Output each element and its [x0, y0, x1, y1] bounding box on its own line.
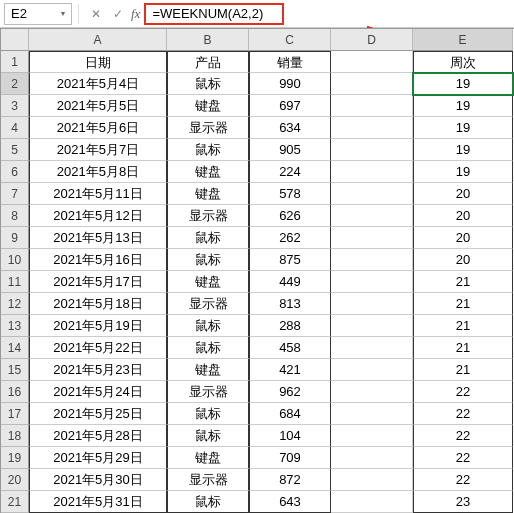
cell-E21[interactable]: 23 [413, 491, 513, 513]
cell-E11[interactable]: 21 [413, 271, 513, 293]
cell-E20[interactable]: 22 [413, 469, 513, 491]
cell-A19[interactable]: 2021年5月29日 [29, 447, 167, 469]
row-header[interactable]: 4 [1, 117, 29, 139]
cell-C4[interactable]: 634 [249, 117, 331, 139]
cell-A16[interactable]: 2021年5月24日 [29, 381, 167, 403]
cell-D13[interactable] [331, 315, 413, 337]
cell-A8[interactable]: 2021年5月12日 [29, 205, 167, 227]
cell-E7[interactable]: 20 [413, 183, 513, 205]
cell-D14[interactable] [331, 337, 413, 359]
header-cell[interactable] [331, 51, 413, 73]
cell-E10[interactable]: 20 [413, 249, 513, 271]
cell-E18[interactable]: 22 [413, 425, 513, 447]
cell-A6[interactable]: 2021年5月8日 [29, 161, 167, 183]
confirm-icon[interactable]: ✓ [109, 5, 127, 23]
cell-C15[interactable]: 421 [249, 359, 331, 381]
row-header[interactable]: 9 [1, 227, 29, 249]
row-header[interactable]: 13 [1, 315, 29, 337]
cell-D8[interactable] [331, 205, 413, 227]
row-header[interactable]: 15 [1, 359, 29, 381]
cell-C18[interactable]: 104 [249, 425, 331, 447]
col-header-D[interactable]: D [331, 29, 413, 51]
cell-A14[interactable]: 2021年5月22日 [29, 337, 167, 359]
cell-D16[interactable] [331, 381, 413, 403]
cell-C10[interactable]: 875 [249, 249, 331, 271]
cell-A3[interactable]: 2021年5月5日 [29, 95, 167, 117]
cell-C11[interactable]: 449 [249, 271, 331, 293]
cancel-icon[interactable]: ✕ [87, 5, 105, 23]
cell-D12[interactable] [331, 293, 413, 315]
cell-A15[interactable]: 2021年5月23日 [29, 359, 167, 381]
cell-E4[interactable]: 19 [413, 117, 513, 139]
cell-B12[interactable]: 显示器 [167, 293, 249, 315]
cell-B10[interactable]: 鼠标 [167, 249, 249, 271]
cell-D5[interactable] [331, 139, 413, 161]
cell-A17[interactable]: 2021年5月25日 [29, 403, 167, 425]
cell-C2[interactable]: 990 [249, 73, 331, 95]
cell-E15[interactable]: 21 [413, 359, 513, 381]
select-all[interactable] [1, 29, 29, 51]
cell-E14[interactable]: 21 [413, 337, 513, 359]
cell-D21[interactable] [331, 491, 413, 513]
cell-C7[interactable]: 578 [249, 183, 331, 205]
cell-A13[interactable]: 2021年5月19日 [29, 315, 167, 337]
row-header[interactable]: 17 [1, 403, 29, 425]
fx-icon[interactable]: fx [131, 6, 140, 22]
cell-C3[interactable]: 697 [249, 95, 331, 117]
cell-B9[interactable]: 鼠标 [167, 227, 249, 249]
header-cell[interactable]: 周次 [413, 51, 513, 73]
row-header[interactable]: 12 [1, 293, 29, 315]
row-header[interactable]: 2 [1, 73, 29, 95]
cell-C9[interactable]: 262 [249, 227, 331, 249]
cell-C5[interactable]: 905 [249, 139, 331, 161]
cell-E17[interactable]: 22 [413, 403, 513, 425]
cell-B7[interactable]: 键盘 [167, 183, 249, 205]
header-cell[interactable]: 销量 [249, 51, 331, 73]
cell-D4[interactable] [331, 117, 413, 139]
cell-D3[interactable] [331, 95, 413, 117]
cell-C12[interactable]: 813 [249, 293, 331, 315]
cell-B17[interactable]: 鼠标 [167, 403, 249, 425]
cell-C21[interactable]: 643 [249, 491, 331, 513]
cell-A5[interactable]: 2021年5月7日 [29, 139, 167, 161]
cell-D11[interactable] [331, 271, 413, 293]
cell-B11[interactable]: 键盘 [167, 271, 249, 293]
cell-A20[interactable]: 2021年5月30日 [29, 469, 167, 491]
cell-A21[interactable]: 2021年5月31日 [29, 491, 167, 513]
chevron-down-icon[interactable]: ▾ [61, 9, 65, 18]
spreadsheet-grid[interactable]: ABCDE1日期产品销量周次22021年5月4日鼠标9901932021年5月5… [0, 28, 514, 513]
cell-C8[interactable]: 626 [249, 205, 331, 227]
row-header[interactable]: 10 [1, 249, 29, 271]
cell-D17[interactable] [331, 403, 413, 425]
cell-A2[interactable]: 2021年5月4日 [29, 73, 167, 95]
cell-D19[interactable] [331, 447, 413, 469]
header-cell[interactable]: 日期 [29, 51, 167, 73]
cell-D6[interactable] [331, 161, 413, 183]
cell-D10[interactable] [331, 249, 413, 271]
row-header[interactable]: 8 [1, 205, 29, 227]
col-header-B[interactable]: B [167, 29, 249, 51]
cell-E19[interactable]: 22 [413, 447, 513, 469]
cell-A10[interactable]: 2021年5月16日 [29, 249, 167, 271]
cell-B19[interactable]: 键盘 [167, 447, 249, 469]
cell-C6[interactable]: 224 [249, 161, 331, 183]
cell-C14[interactable]: 458 [249, 337, 331, 359]
cell-E5[interactable]: 19 [413, 139, 513, 161]
row-header[interactable]: 21 [1, 491, 29, 513]
cell-D20[interactable] [331, 469, 413, 491]
cell-D15[interactable] [331, 359, 413, 381]
cell-D9[interactable] [331, 227, 413, 249]
cell-B15[interactable]: 键盘 [167, 359, 249, 381]
cell-A18[interactable]: 2021年5月28日 [29, 425, 167, 447]
cell-B20[interactable]: 显示器 [167, 469, 249, 491]
cell-A12[interactable]: 2021年5月18日 [29, 293, 167, 315]
row-header[interactable]: 16 [1, 381, 29, 403]
cell-B5[interactable]: 鼠标 [167, 139, 249, 161]
row-header[interactable]: 7 [1, 183, 29, 205]
cell-D18[interactable] [331, 425, 413, 447]
cell-B3[interactable]: 键盘 [167, 95, 249, 117]
cell-B2[interactable]: 鼠标 [167, 73, 249, 95]
cell-C13[interactable]: 288 [249, 315, 331, 337]
cell-E16[interactable]: 22 [413, 381, 513, 403]
cell-E2[interactable]: 19 [413, 73, 513, 95]
